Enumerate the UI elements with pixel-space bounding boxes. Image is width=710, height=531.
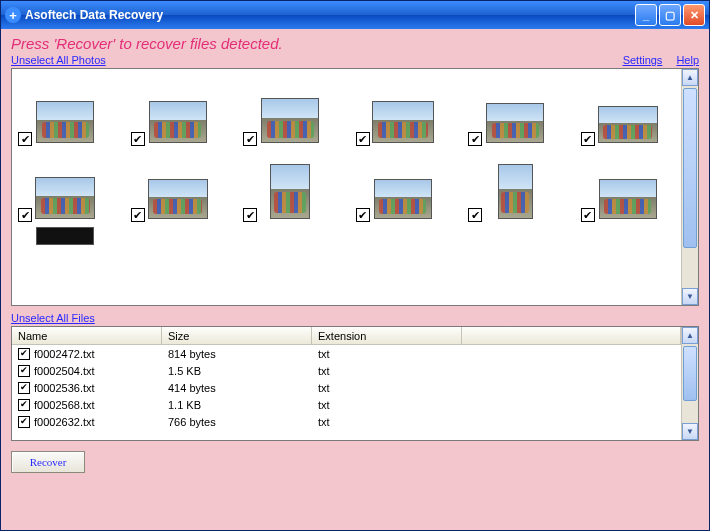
cell-extension: txt bbox=[312, 398, 462, 412]
photo-thumbnail[interactable]: ✔ bbox=[18, 151, 113, 219]
cell-size: 814 bytes bbox=[162, 347, 312, 361]
file-name: f0002568.txt bbox=[34, 399, 95, 411]
photo-checkbox[interactable]: ✔ bbox=[243, 132, 257, 146]
file-name: f0002632.txt bbox=[34, 416, 95, 428]
photo-grid: ✔✔✔✔✔✔✔✔✔✔✔✔ bbox=[18, 75, 675, 245]
file-checkbox[interactable]: ✔ bbox=[18, 399, 30, 411]
file-name: f0002504.txt bbox=[34, 365, 95, 377]
cell-name: ✔f0002504.txt bbox=[12, 364, 162, 378]
photo-checkbox[interactable]: ✔ bbox=[18, 132, 32, 146]
file-scrollbar[interactable]: ▲ ▼ bbox=[681, 327, 698, 440]
content-area: Press 'Recover' to recover files detecte… bbox=[1, 29, 709, 530]
photo-thumbnail[interactable]: ✔ bbox=[468, 151, 563, 219]
file-table: Name Size Extension ✔f0002472.txt814 byt… bbox=[12, 327, 681, 440]
file-checkbox[interactable]: ✔ bbox=[18, 348, 30, 360]
thumbnail-image bbox=[599, 179, 657, 219]
scroll-up-button[interactable]: ▲ bbox=[682, 69, 698, 86]
photo-checkbox[interactable]: ✔ bbox=[356, 208, 370, 222]
table-row[interactable]: ✔f0002472.txt814 bytestxt bbox=[12, 345, 681, 362]
scroll-down-button[interactable]: ▼ bbox=[682, 288, 698, 305]
cell-name: ✔f0002632.txt bbox=[12, 415, 162, 429]
window-controls: _ ▢ ✕ bbox=[635, 4, 705, 26]
photo-checkbox[interactable]: ✔ bbox=[581, 208, 595, 222]
cell-name: ✔f0002472.txt bbox=[12, 347, 162, 361]
cell-size: 1.5 KB bbox=[162, 364, 312, 378]
scroll-thumb[interactable] bbox=[683, 346, 697, 401]
photo-thumbnail[interactable]: ✔ bbox=[581, 75, 676, 143]
photo-checkbox[interactable]: ✔ bbox=[131, 208, 145, 222]
photo-checkbox[interactable]: ✔ bbox=[18, 208, 32, 222]
cell-extension: txt bbox=[312, 347, 462, 361]
thumbnail-image bbox=[36, 227, 94, 245]
cell-extension: txt bbox=[312, 381, 462, 395]
photo-panel: ✔✔✔✔✔✔✔✔✔✔✔✔ ▲ ▼ bbox=[11, 68, 699, 306]
cell-extension: txt bbox=[312, 415, 462, 429]
file-panel: Name Size Extension ✔f0002472.txt814 byt… bbox=[11, 326, 699, 441]
thumbnail-image bbox=[148, 179, 208, 219]
photo-thumbnail[interactable]: ✔ bbox=[243, 75, 338, 143]
scroll-up-button[interactable]: ▲ bbox=[682, 327, 698, 344]
photo-scrollbar[interactable]: ▲ ▼ bbox=[681, 69, 698, 305]
table-row[interactable]: ✔f0002632.txt766 bytestxt bbox=[12, 413, 681, 430]
thumbnail-image bbox=[374, 179, 432, 219]
minimize-button[interactable]: _ bbox=[635, 4, 657, 26]
maximize-button[interactable]: ▢ bbox=[659, 4, 681, 26]
photo-checkbox[interactable]: ✔ bbox=[468, 132, 482, 146]
column-header-extension[interactable]: Extension bbox=[312, 327, 462, 344]
action-bar: Recover bbox=[11, 451, 699, 473]
thumbnail-image bbox=[261, 98, 319, 143]
app-window: + Asoftech Data Recovery _ ▢ ✕ Press 'Re… bbox=[0, 0, 710, 531]
column-header-name[interactable]: Name bbox=[12, 327, 162, 344]
titlebar: + Asoftech Data Recovery _ ▢ ✕ bbox=[1, 1, 709, 29]
app-icon: + bbox=[5, 7, 21, 23]
file-rows: ✔f0002472.txt814 bytestxt✔f0002504.txt1.… bbox=[12, 345, 681, 430]
file-checkbox[interactable]: ✔ bbox=[18, 382, 30, 394]
settings-link[interactable]: Settings bbox=[623, 54, 663, 66]
photo-thumbnail[interactable]: ✔ bbox=[18, 75, 113, 143]
photo-scroll-area: ✔✔✔✔✔✔✔✔✔✔✔✔ bbox=[12, 69, 681, 305]
photo-thumbnail[interactable]: ✔ bbox=[356, 75, 451, 143]
cell-size: 766 bytes bbox=[162, 415, 312, 429]
instruction-text: Press 'Recover' to recover files detecte… bbox=[11, 35, 699, 52]
thumbnail-image bbox=[598, 106, 658, 143]
photo-thumbnail[interactable]: ✔ bbox=[356, 151, 451, 219]
photo-thumbnail[interactable]: ✔ bbox=[581, 151, 676, 219]
close-button[interactable]: ✕ bbox=[683, 4, 705, 26]
file-checkbox[interactable]: ✔ bbox=[18, 365, 30, 377]
unselect-all-photos-link[interactable]: Unselect All Photos bbox=[11, 54, 106, 66]
file-checkbox[interactable]: ✔ bbox=[18, 416, 30, 428]
column-header-spacer bbox=[462, 327, 681, 344]
photo-checkbox[interactable]: ✔ bbox=[581, 132, 595, 146]
file-table-header: Name Size Extension bbox=[12, 327, 681, 345]
scroll-track[interactable] bbox=[682, 344, 698, 423]
photo-thumbnail[interactable] bbox=[18, 227, 113, 245]
table-row[interactable]: ✔f0002536.txt414 bytestxt bbox=[12, 379, 681, 396]
cell-size: 1.1 KB bbox=[162, 398, 312, 412]
table-row[interactable]: ✔f0002504.txt1.5 KBtxt bbox=[12, 362, 681, 379]
cell-name: ✔f0002536.txt bbox=[12, 381, 162, 395]
photo-thumbnail[interactable]: ✔ bbox=[468, 75, 563, 143]
thumbnail-image bbox=[372, 101, 434, 143]
help-link[interactable]: Help bbox=[676, 54, 699, 66]
photo-thumbnail[interactable]: ✔ bbox=[131, 75, 226, 143]
thumbnail-image bbox=[35, 177, 95, 219]
photo-thumbnail[interactable]: ✔ bbox=[243, 151, 338, 219]
file-name: f0002536.txt bbox=[34, 382, 95, 394]
recover-button[interactable]: Recover bbox=[11, 451, 85, 473]
thumbnail-image bbox=[270, 164, 310, 219]
cell-name: ✔f0002568.txt bbox=[12, 398, 162, 412]
photo-checkbox[interactable]: ✔ bbox=[468, 208, 482, 222]
column-header-size[interactable]: Size bbox=[162, 327, 312, 344]
thumbnail-image bbox=[149, 101, 207, 143]
photo-checkbox[interactable]: ✔ bbox=[356, 132, 370, 146]
table-row[interactable]: ✔f0002568.txt1.1 KBtxt bbox=[12, 396, 681, 413]
scroll-down-button[interactable]: ▼ bbox=[682, 423, 698, 440]
scroll-track[interactable] bbox=[682, 86, 698, 288]
cell-size: 414 bytes bbox=[162, 381, 312, 395]
photo-checkbox[interactable]: ✔ bbox=[243, 208, 257, 222]
scroll-thumb[interactable] bbox=[683, 88, 697, 248]
unselect-all-files-link[interactable]: Unselect All Files bbox=[11, 312, 95, 324]
photo-checkbox[interactable]: ✔ bbox=[131, 132, 145, 146]
cell-extension: txt bbox=[312, 364, 462, 378]
photo-thumbnail[interactable]: ✔ bbox=[131, 151, 226, 219]
